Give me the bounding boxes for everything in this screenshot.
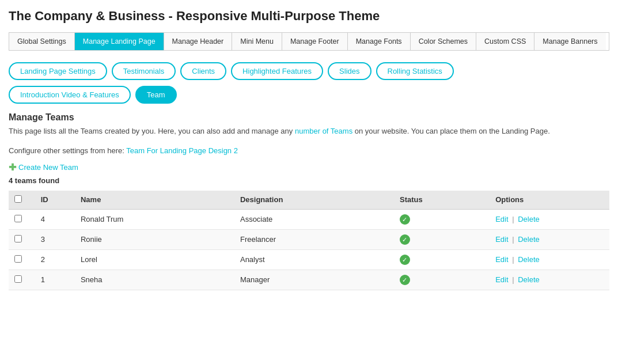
nav-tab-color-schemes[interactable]: Color Schemes [411,33,476,50]
table-header: ID Name Designation Status Options [9,191,609,210]
row-options: Edit | Delete [490,249,609,270]
pill-testimonials[interactable]: Testimonials [112,62,176,80]
row-status: ✓ [394,270,490,290]
options-separator: | [512,255,514,264]
row-checkbox-cell [9,270,35,290]
nav-tab-manage-fonts[interactable]: Manage Fonts [348,33,411,50]
table-row: 3 Roniie Freelancer ✓ Edit | Delete [9,229,609,249]
status-icon: ✓ [400,255,410,265]
teams-table: ID Name Designation Status Options 4 Ron… [9,191,609,290]
row-status: ✓ [394,229,490,249]
pill-clients[interactable]: Clients [180,62,226,80]
delete-link[interactable]: Delete [518,275,540,284]
options-separator: | [512,235,514,244]
row-id: 4 [35,209,75,229]
row-options: Edit | Delete [490,270,609,290]
table-row: 2 Lorel Analyst ✓ Edit | Delete [9,249,609,270]
desc-suffix: on your website. You can place them on t… [352,127,550,135]
row-name: Lorel [75,249,234,270]
config-prefix: Configure other settings from here: [9,146,126,155]
edit-link[interactable]: Edit [495,275,508,284]
edit-link[interactable]: Edit [495,235,508,244]
row-id: 3 [35,229,75,249]
page-title: The Company & Business - Responsive Mult… [9,9,609,24]
row-options: Edit | Delete [490,209,609,229]
create-label: Create New Team [18,163,78,172]
edit-link[interactable]: Edit [495,215,508,223]
config-line: Configure other settings from here: Team… [9,146,609,155]
status-icon: ✓ [400,275,410,285]
pill-slides[interactable]: Slides [328,62,371,80]
pill-landing-page-settings[interactable]: Landing Page Settings [9,62,107,80]
header-status: Status [394,191,490,210]
pill-team[interactable]: Team [135,86,177,104]
table-row: 4 Ronald Trum Associate ✓ Edit | Delete [9,209,609,229]
row-checkbox-cell [9,229,35,249]
create-new-team-link[interactable]: ✚ Create New Team [9,162,609,173]
nav-tab-mini-menu[interactable]: Mini Menu [232,33,282,50]
config-link[interactable]: Team For Landing Page Design 2 [126,146,238,155]
edit-link[interactable]: Edit [495,255,508,264]
pill-rolling-statistics[interactable]: Rolling Statistics [376,62,454,80]
header-options: Options [490,191,609,210]
header-name: Name [75,191,234,210]
nav-tab-global-settings[interactable]: Global Settings [9,33,75,50]
select-all-checkbox[interactable] [14,195,22,203]
pill-row-1: Landing Page SettingsTestimonialsClients… [9,62,609,80]
row-id: 2 [35,249,75,270]
nav-tab-manage-landing-page[interactable]: Manage Landing Page [75,33,164,50]
section-title: Manage Teams [9,112,609,123]
table-row: 1 Sneha Manager ✓ Edit | Delete [9,270,609,290]
status-icon: ✓ [400,214,410,225]
row-checkbox[interactable] [14,215,22,222]
desc-prefix: This page lists all the Teams created by… [9,127,295,135]
plus-icon: ✚ [9,162,16,173]
row-designation: Associate [234,209,394,229]
row-checkbox-cell [9,209,35,229]
options-separator: | [512,215,514,223]
header-checkbox-col [9,191,35,210]
row-id: 1 [35,270,75,290]
row-checkbox[interactable] [14,275,22,283]
row-status: ✓ [394,249,490,270]
row-options: Edit | Delete [490,229,609,249]
nav-tab-manage-header[interactable]: Manage Header [164,33,233,50]
pill-highlighted-features[interactable]: Highlighted Features [231,62,323,80]
options-separator: | [512,275,514,284]
row-designation: Manager [234,270,394,290]
row-name: Ronald Trum [75,209,234,229]
section-description: This page lists all the Teams created by… [9,126,609,138]
nav-tab-custom-css[interactable]: Custom CSS [476,33,534,50]
nav-tab-manage-banners[interactable]: Manage Banners [534,33,605,50]
teams-count: 4 teams found [9,176,609,185]
desc-link[interactable]: number of Teams [295,127,352,135]
row-checkbox-cell [9,249,35,270]
delete-link[interactable]: Delete [518,255,540,264]
pill-row-2: Introduction Video & FeaturesTeam [9,86,609,104]
row-designation: Freelancer [234,229,394,249]
header-designation: Designation [234,191,394,210]
nav-tab-manage-footer[interactable]: Manage Footer [282,33,348,50]
row-status: ✓ [394,209,490,229]
row-checkbox[interactable] [14,235,22,242]
row-name: Sneha [75,270,234,290]
row-checkbox[interactable] [14,255,22,263]
delete-link[interactable]: Delete [518,235,540,244]
pill-introduction-video-&-features[interactable]: Introduction Video & Features [9,86,131,104]
row-designation: Analyst [234,249,394,270]
delete-link[interactable]: Delete [518,215,540,223]
table-body: 4 Ronald Trum Associate ✓ Edit | Delete … [9,209,609,290]
nav-tabs: Global SettingsManage Landing PageManage… [9,32,609,51]
row-name: Roniie [75,229,234,249]
status-icon: ✓ [400,234,410,245]
header-id: ID [35,191,75,210]
